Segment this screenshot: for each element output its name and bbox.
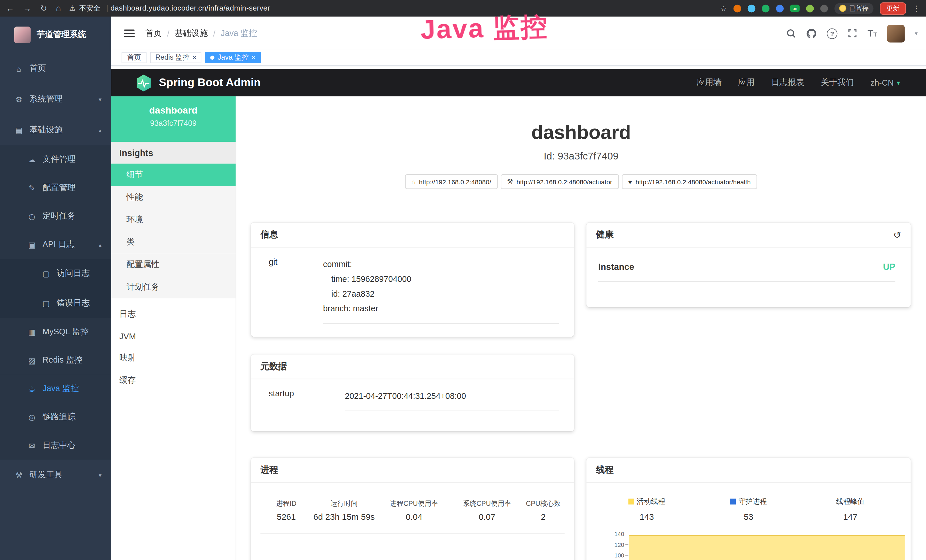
sba-nav-applications[interactable]: 应用	[738, 77, 755, 88]
health-url-button[interactable]: ♥ http://192.168.0.2:48080/actuator/heal…	[622, 174, 758, 189]
search-icon[interactable]	[786, 28, 796, 38]
sba-item-mappings[interactable]: 映射	[111, 347, 236, 369]
tag-redis-monitor[interactable]: Redis 监控 ×	[150, 52, 202, 63]
breadcrumb-home[interactable]: 首页	[145, 28, 162, 38]
github-icon[interactable]	[806, 28, 817, 38]
screen: ← → ↻ ⌂ ⚠ 不安全 | dashboard.yudao.iocoder.…	[0, 0, 926, 560]
chevron-down-icon: ▾	[99, 96, 101, 103]
sidebar-item-infrastructure[interactable]: ▤ 基础设施 ▴	[0, 115, 111, 145]
close-icon[interactable]: ×	[251, 54, 255, 61]
page-title: dashboard	[236, 121, 926, 144]
browser-menu-icon[interactable]: ⋮	[912, 4, 920, 12]
app-logo-row[interactable]: 芋道管理系统	[0, 17, 111, 53]
menu-fold-icon[interactable]	[124, 30, 135, 37]
sba-item-jvm[interactable]: JVM	[111, 325, 236, 347]
sidebar-item-redis-monitor[interactable]: ▨ Redis 监控	[0, 346, 111, 374]
bookmark-star-icon[interactable]: ☆	[720, 4, 727, 12]
sba-item-logs[interactable]: 日志	[111, 303, 236, 325]
sidebar-item-log-center[interactable]: ✉ 日志中心	[0, 431, 111, 460]
y-tick-140: 140	[614, 531, 624, 537]
paused-pill[interactable]: 已暂停	[834, 3, 873, 14]
browser-home-icon[interactable]: ⌂	[56, 3, 61, 13]
forward-icon[interactable]: →	[23, 3, 31, 13]
sidebar-item-error-log[interactable]: ▢ 错误日志	[0, 288, 111, 318]
sba-main: dashboard Id: 93a3fc7f7409 ⌂ http://192.…	[236, 97, 926, 560]
metadata-row-startup: startup 2021-04-27T00:44:31.254+08:00	[251, 379, 574, 411]
status-badge: UP	[883, 262, 895, 272]
sba-item-details[interactable]: 细节	[111, 164, 236, 186]
extension-on-badge[interactable]: on	[790, 5, 800, 12]
sidebar-item-label: 配置管理	[42, 183, 76, 193]
dashboard-icon: ⌂	[14, 64, 24, 73]
extension-icon-1[interactable]	[734, 5, 741, 12]
extension-puzzle-icon[interactable]	[820, 5, 828, 12]
sidebar-item-label: 文件管理	[42, 154, 76, 165]
close-icon[interactable]: ×	[192, 54, 196, 61]
sba-nav-journal[interactable]: 日志报表	[771, 77, 804, 88]
extension-icon-3[interactable]	[762, 5, 769, 12]
update-button[interactable]: 更新	[880, 2, 906, 14]
health-card: 健康 ↺ Instance UP	[586, 223, 911, 307]
actuator-url-button[interactable]: ⚒ http://192.168.0.2:48080/actuator	[501, 174, 619, 189]
user-avatar[interactable]	[887, 24, 905, 42]
sba-item-classes[interactable]: 类	[111, 231, 236, 254]
sba-item-config-props[interactable]: 配置属性	[111, 253, 236, 276]
git-id-line: id: 27aa832	[323, 286, 559, 301]
sidebar-item-label: 研发工具	[30, 469, 63, 480]
emoji-icon	[839, 5, 846, 12]
sba-nav-about[interactable]: 关于我们	[821, 77, 854, 88]
extension-icon-4[interactable]	[776, 5, 784, 12]
sba-nav-wall[interactable]: 应用墙	[697, 77, 722, 88]
sidebar-item-system[interactable]: ⚙ 系统管理 ▾	[0, 84, 111, 115]
sidebar-item-access-log[interactable]: ▢ 访问日志	[0, 259, 111, 288]
font-size-icon[interactable]: TT	[867, 29, 877, 38]
sidebar-item-dev-tools[interactable]: ⚒ 研发工具 ▾	[0, 460, 111, 490]
instance-id-subtitle: Id: 93a3fc7f7409	[236, 151, 926, 162]
metadata-value: 2021-04-27T00:44:31.254+08:00	[345, 389, 559, 412]
sidebar-item-tracing[interactable]: ◎ 链路追踪	[0, 403, 111, 431]
legend-label: 守护进程	[738, 498, 767, 506]
threads-chart-area	[629, 535, 905, 560]
sidebar-item-java-monitor[interactable]: ☕ Java 监控	[0, 375, 111, 403]
extension-icon-5[interactable]	[806, 5, 814, 12]
warning-icon: ⚠	[69, 4, 76, 12]
url-bar[interactable]: dashboard.yudao.iocoder.cn/infra/admin-s…	[110, 4, 270, 12]
sidebar-item-label: 链路追踪	[42, 412, 76, 422]
sidebar-item-label: 基础设施	[30, 125, 63, 135]
sba-item-performance[interactable]: 性能	[111, 186, 236, 209]
sidebar-item-mysql-monitor[interactable]: ▥ MySQL 监控	[0, 318, 111, 346]
service-url-button[interactable]: ⌂ http://192.168.0.2:48080/	[405, 174, 498, 189]
sba-brand[interactable]: Spring Boot Admin	[111, 74, 261, 92]
reload-icon[interactable]: ↻	[40, 3, 47, 13]
history-icon[interactable]: ↺	[893, 229, 901, 240]
breadcrumb-infrastructure[interactable]: 基础设施	[175, 28, 208, 38]
service-url-label: http://192.168.0.2:48080/	[419, 178, 491, 185]
tag-home[interactable]: 首页	[122, 52, 147, 63]
sba-item-environment[interactable]: 环境	[111, 209, 236, 231]
document-icon: ▢	[41, 299, 51, 307]
sidebar-item-label: API 日志	[42, 239, 75, 250]
sidebar-item-config-manage[interactable]: ✎ 配置管理	[0, 174, 111, 202]
git-commit-line: commit:	[323, 257, 559, 272]
sidebar-item-scheduled-jobs[interactable]: ◷ 定时任务	[0, 202, 111, 230]
sba-locale-select[interactable]: zh-CN ▾	[870, 78, 900, 87]
site-security[interactable]: ⚠ 不安全 |	[69, 3, 110, 13]
extension-icon-2[interactable]	[748, 5, 755, 12]
sba-item-caches[interactable]: 缓存	[111, 369, 236, 392]
sidebar-item-home[interactable]: ⌂ 首页	[0, 53, 111, 84]
fullscreen-icon[interactable]	[847, 28, 858, 38]
sidebar-item-api-log[interactable]: ▣ API 日志 ▴	[0, 230, 111, 259]
back-icon[interactable]: ←	[6, 3, 14, 13]
avatar-caret-icon[interactable]: ▾	[915, 30, 918, 37]
health-instance-label: Instance	[598, 262, 634, 272]
system-cpu-value: 0.07	[452, 512, 522, 522]
health-instance-row[interactable]: Instance UP	[598, 262, 896, 282]
tag-java-monitor[interactable]: Java 监控 ×	[205, 52, 261, 63]
legend-label: 活动线程	[637, 498, 665, 506]
sidebar-item-file-manage[interactable]: ☁ 文件管理	[0, 145, 111, 173]
process-headers: 进程ID 运行时间 进程CPU使用率 系统CPU使用率 CPU核心数	[260, 499, 564, 508]
help-icon[interactable]: ?	[827, 28, 837, 38]
sba-item-scheduled-tasks[interactable]: 计划任务	[111, 276, 236, 298]
sba-navbar: Spring Boot Admin 应用墙 应用 日志报表 关于我们 zh-CN…	[111, 69, 926, 96]
sba-instance-header[interactable]: dashboard 93a3fc7f7409	[111, 97, 236, 142]
